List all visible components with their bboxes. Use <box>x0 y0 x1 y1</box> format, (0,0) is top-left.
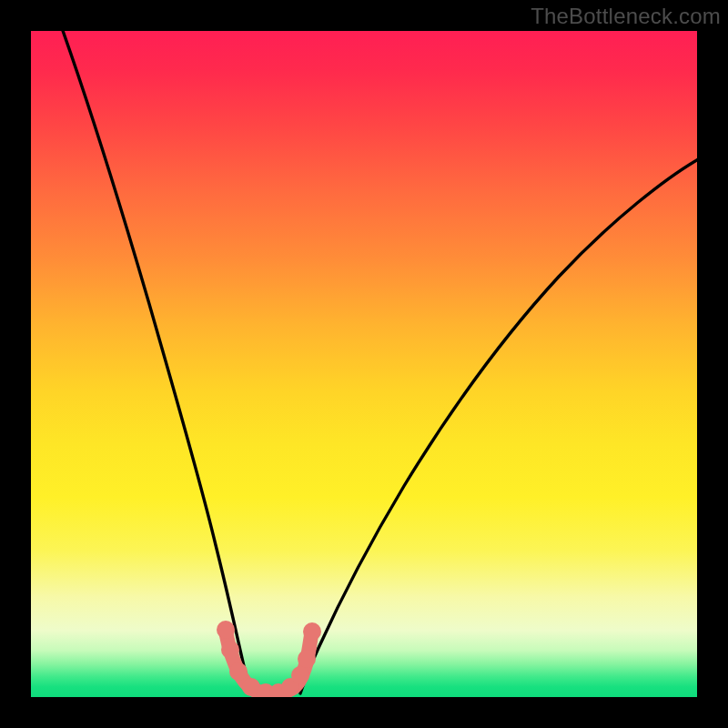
valley-markers <box>217 621 321 697</box>
plot-area <box>31 31 697 697</box>
svg-point-1 <box>221 641 239 659</box>
svg-point-2 <box>229 662 248 681</box>
watermark-text: TheBottleneck.com <box>531 4 721 29</box>
curve-layer <box>31 31 697 697</box>
svg-point-9 <box>303 622 321 641</box>
svg-point-7 <box>291 666 309 684</box>
curve-right-branch <box>300 158 697 693</box>
svg-point-8 <box>298 650 316 668</box>
svg-point-0 <box>217 621 235 639</box>
curve-left-branch <box>61 31 252 693</box>
chart-frame: TheBottleneck.com <box>0 0 728 728</box>
